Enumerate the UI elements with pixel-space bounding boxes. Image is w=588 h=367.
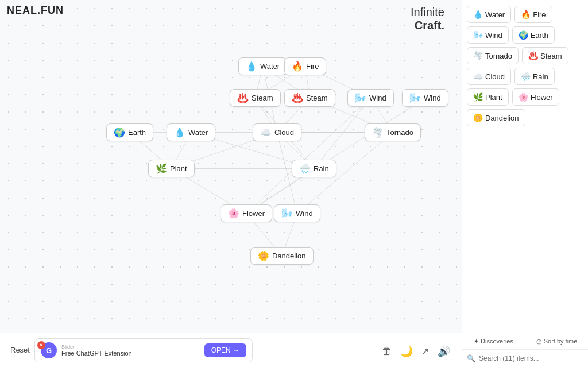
- water-icon: 💧: [473, 10, 483, 19]
- sidebar-label-plant: Plant: [485, 93, 502, 102]
- cloud-icon: ☁️: [473, 72, 483, 81]
- sort-tab[interactable]: ◷ Sort by time: [525, 333, 588, 349]
- sidebar-item-flower[interactable]: 🌸Flower: [512, 88, 559, 106]
- tornado1-icon: 🌪️: [372, 127, 384, 138]
- flower1-label: Flower: [242, 209, 265, 218]
- wind-icon: 🌬️: [473, 30, 483, 40]
- fire1-label: Fire: [306, 62, 319, 71]
- wind3-label: Wind: [296, 209, 313, 218]
- reset-button[interactable]: Reset: [7, 343, 33, 357]
- dandelion1-label: Dandelion: [272, 252, 306, 260]
- plant1-label: Plant: [170, 164, 187, 173]
- svg-line-18: [246, 98, 371, 214]
- node-plant1[interactable]: 🌿Plant: [148, 160, 195, 177]
- steam2-label: Steam: [306, 94, 328, 102]
- water1-label: Water: [260, 62, 280, 71]
- sidebar-label-steam: Steam: [540, 52, 562, 60]
- wind2-icon: 🌬️: [409, 92, 421, 103]
- sidebar-label-rain: Rain: [533, 72, 548, 81]
- plant1-icon: 🌿: [156, 163, 167, 174]
- trash-icon[interactable]: 🗑: [382, 345, 392, 358]
- steam2-icon: ♨️: [292, 92, 303, 103]
- node-tornado1[interactable]: 🌪️Tornado: [365, 123, 421, 141]
- node-cloud1[interactable]: ☁️Cloud: [253, 123, 301, 141]
- node-wind1[interactable]: 🌬️Wind: [347, 89, 394, 107]
- canvas: 💧Water🔥Fire♨️Steam♨️Steam🌬️Wind🌬️Wind🌍Ea…: [0, 0, 462, 333]
- sidebar-item-rain[interactable]: 🌧️Rain: [514, 68, 555, 85]
- wind2-label: Wind: [424, 94, 441, 102]
- ad-text: Slider Free ChatGPT Extension: [61, 344, 200, 357]
- wind1-label: Wind: [369, 94, 386, 102]
- dandelion-icon: 🌼: [473, 113, 483, 122]
- node-steam1[interactable]: ♨️Steam: [230, 89, 281, 107]
- search-input[interactable]: [479, 354, 583, 362]
- node-fire1[interactable]: 🔥Fire: [284, 57, 326, 75]
- logo[interactable]: NEAL.FUN: [7, 5, 64, 17]
- node-earth1[interactable]: 🌍Earth: [106, 123, 153, 141]
- bottom-icons: 🗑 🌙 ↗ 🔊: [382, 345, 450, 358]
- sidebar-tabs: ✦ Discoveries ◷ Sort by time: [462, 333, 588, 350]
- sidebar-item-plant[interactable]: 🌿Plant: [467, 88, 509, 106]
- sidebar-label-earth: Earth: [531, 31, 548, 40]
- ad-close-button[interactable]: ✕: [37, 341, 45, 349]
- sidebar-label-dandelion: Dandelion: [485, 114, 519, 122]
- node-wind3[interactable]: 🌬️Wind: [274, 204, 320, 222]
- svg-line-15: [314, 98, 371, 169]
- ad-banner: ✕ G Slider Free ChatGPT Extension OPEN →: [34, 338, 253, 362]
- sidebar-item-water[interactable]: 💧Water: [467, 6, 511, 23]
- sidebar-label-flower: Flower: [531, 93, 553, 102]
- cloud1-label: Cloud: [274, 128, 294, 137]
- sidebar-item-dandelion[interactable]: 🌼Dandelion: [467, 109, 525, 126]
- discoveries-tab[interactable]: ✦ Discoveries: [462, 333, 525, 349]
- node-dandelion1[interactable]: 🌼Dandelion: [250, 247, 314, 265]
- node-wind2[interactable]: 🌬️Wind: [402, 89, 448, 107]
- sidebar-bottom: ✦ Discoveries ◷ Sort by time 🔍: [462, 333, 588, 367]
- sidebar-label-water: Water: [485, 10, 505, 19]
- node-steam2[interactable]: ♨️Steam: [284, 89, 335, 107]
- node-flower1[interactable]: 🌸Flower: [220, 204, 272, 222]
- fire1-icon: 🔥: [292, 61, 303, 72]
- rain-icon: 🌧️: [521, 72, 531, 81]
- flower1-icon: 🌸: [228, 208, 239, 219]
- flower-icon: 🌸: [519, 92, 528, 102]
- sidebar-label-cloud: Cloud: [485, 72, 505, 81]
- sidebar-label-fire: Fire: [533, 10, 546, 19]
- earth1-icon: 🌍: [114, 127, 125, 138]
- steam1-label: Steam: [252, 94, 273, 102]
- volume-icon[interactable]: 🔊: [438, 345, 450, 358]
- sidebar-item-cloud[interactable]: ☁️Cloud: [467, 68, 511, 85]
- wind3-icon: 🌬️: [281, 208, 293, 219]
- sidebar-label-tornado: Tornado: [485, 52, 512, 60]
- water1-icon: 💧: [246, 61, 257, 72]
- moon-icon[interactable]: 🌙: [400, 345, 413, 358]
- node-water1[interactable]: 💧Water: [238, 57, 287, 75]
- search-bar: 🔍: [462, 350, 588, 367]
- plant-icon: 🌿: [473, 92, 483, 102]
- steam1-icon: ♨️: [237, 92, 249, 103]
- tornado1-label: Tornado: [386, 128, 413, 137]
- rain1-label: Rain: [314, 164, 329, 173]
- water2-label: Water: [188, 128, 208, 137]
- svg-line-19: [246, 98, 425, 214]
- sidebar-item-earth[interactable]: 🌍Earth: [512, 26, 555, 44]
- cloud1-icon: ☁️: [260, 127, 272, 138]
- earth-icon: 🌍: [519, 30, 528, 40]
- ad-open-button[interactable]: OPEN →: [204, 343, 246, 357]
- tornado-icon: 🌪️: [473, 51, 483, 60]
- dandelion1-icon: 🌼: [258, 250, 269, 261]
- sidebar-item-tornado[interactable]: 🌪️Tornado: [467, 47, 519, 64]
- connections-svg: [0, 0, 462, 333]
- node-water2[interactable]: 💧Water: [167, 123, 215, 141]
- node-rain1[interactable]: 🌧️Rain: [292, 160, 336, 177]
- water2-icon: 💧: [174, 127, 185, 138]
- sidebar-label-wind: Wind: [485, 31, 502, 40]
- sidebar-item-wind[interactable]: 🌬️Wind: [467, 26, 509, 44]
- share-icon[interactable]: ↗: [421, 345, 430, 358]
- fire-icon: 🔥: [521, 10, 531, 19]
- rain1-icon: 🌧️: [299, 163, 311, 174]
- sidebar: 💧Water🔥Fire🌬️Wind🌍Earth🌪️Tornado♨️Steam☁…: [462, 0, 588, 339]
- sidebar-item-steam[interactable]: ♨️Steam: [522, 47, 568, 64]
- earth1-label: Earth: [128, 128, 146, 137]
- sidebar-item-fire[interactable]: 🔥Fire: [514, 6, 552, 23]
- steam-icon: ♨️: [528, 51, 538, 60]
